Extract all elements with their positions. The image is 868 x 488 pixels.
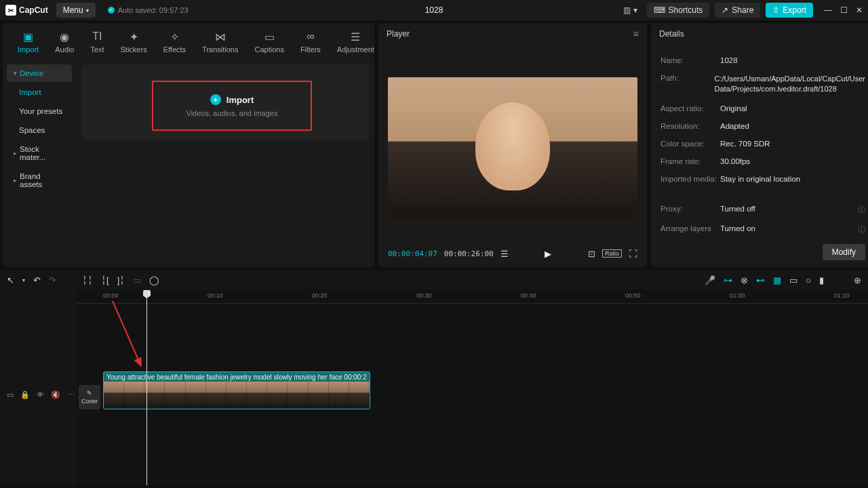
shortcuts-button[interactable]: ⌨ Shortcuts [647,3,710,18]
tab-captions[interactable]: ▭Captions [246,27,292,59]
marker-tool[interactable]: ◯ [149,275,159,285]
list-icon[interactable]: ☰ [500,249,509,259]
tab-label: Import [18,45,39,54]
sidebar-item-import[interactable]: Import [7,83,72,101]
share-button[interactable]: ↗ Share [715,3,760,18]
playhead[interactable] [146,290,147,485]
timeline-main[interactable]: 00:00 00:10 00:20 00:30 00:40 00:50 01:0… [76,290,868,485]
details-title: Details [659,29,684,39]
compare-icon[interactable]: ⊡ [588,249,595,259]
tab-transitions[interactable]: ⋈Transitions [194,27,246,59]
import-icon: ▣ [23,30,33,43]
more-icon[interactable]: ⋯ [67,390,75,399]
tab-label: Captions [254,45,283,54]
track-icon[interactable]: ▭ [789,275,797,285]
detail-value: 1028 [720,56,865,64]
sidebar-item-stock[interactable]: ▸Stock mater... [7,140,72,166]
marker2-icon[interactable]: ▮ [819,275,824,285]
link-icon[interactable]: ⊗ [741,275,748,285]
sidebar-item-presets[interactable]: Your presets [7,102,72,120]
sidebar-item-device[interactable]: ▾Device [7,64,72,82]
transitions-icon: ⋈ [215,30,226,43]
tab-adjustment[interactable]: ☰Adjustment [329,27,382,59]
adjustment-icon: ☰ [351,30,360,43]
tab-filters[interactable]: ∞Filters [292,27,329,59]
cover-label: Cover [81,398,98,405]
modify-button[interactable]: Modify [823,244,865,260]
audio-icon: ◉ [60,30,69,43]
chevron-down-icon[interactable]: ▾ [22,277,25,283]
delete-tool[interactable]: ▭ [133,275,141,285]
sidebar-item-spaces[interactable]: Spaces [7,121,72,139]
split-left-tool[interactable]: ╎[ [101,275,109,285]
timeline-ruler[interactable]: 00:00 00:10 00:20 00:30 00:40 00:50 01:0… [76,290,868,304]
detail-value: Original [720,104,865,113]
split-tool[interactable]: ╎╎ [82,275,93,285]
undo-button[interactable]: ↶ [33,275,41,285]
ratio-icon[interactable]: Ratio [602,249,622,258]
ruler-tick: 01:10 [834,292,850,299]
tab-label: Audio [55,45,74,54]
effects-icon: ✧ [170,30,179,43]
track-controls: ▭ 🔒 👁 🔇 ⋯ [7,390,75,399]
mute-icon[interactable]: 🔇 [51,390,60,399]
fullscreen-icon[interactable]: ⛶ [629,249,637,259]
import-subtitle: Videos, audios, and images [186,109,278,117]
info-icon[interactable]: ⓘ [858,205,865,215]
import-dropzone[interactable]: + Import Videos, audios, and images [81,64,369,140]
player-panel: Player ≡ 00:00:04:07 00:00:26:00 ☰ ▶ ⊡ R… [378,23,647,267]
menu-icon[interactable]: ≡ [633,28,639,39]
player-controls: 00:00:04:07 00:00:26:00 ☰ ▶ ⊡ Ratio ⛶ [378,240,647,267]
snap-icon[interactable]: ⊷ [756,275,765,285]
magnet-icon[interactable]: ⊶ [724,275,732,285]
maximize-icon[interactable]: ☐ [840,5,848,15]
sidebar-item-brand[interactable]: ▸Brand assets [7,167,72,193]
tab-effects[interactable]: ✧Effects [155,27,194,59]
detail-value: Stay in original location [720,175,865,183]
detail-value: Turned off [720,205,858,215]
tab-stickers[interactable]: ✦Stickers [113,27,155,59]
minimize-icon[interactable]: — [824,5,832,15]
player-body [378,45,647,240]
tab-audio[interactable]: ◉Audio [47,27,82,59]
sidebar-label: Brand assets [20,172,65,188]
autosave-text: Auto saved: 09:57:23 [118,6,189,14]
split-right-tool[interactable]: ]╎ [117,275,125,285]
cursor-tool[interactable]: ↖ [7,275,14,285]
play-button[interactable]: ▶ [545,249,551,259]
details-body: Name:1028 Path:C:/Users/Usman/AppData/Lo… [651,45,868,241]
media-sidebar: ▾Device Import Your presets Spaces ▸Stoc… [3,59,76,267]
export-button[interactable]: ⇧ Export [766,3,813,18]
preview-image[interactable] [388,77,637,218]
menu-button[interactable]: Menu ▾ [56,3,96,18]
zoom-fit-icon[interactable]: ⊕ [854,275,861,285]
details-panel: Details Name:1028 Path:C:/Users/Usman/Ap… [651,23,868,267]
project-title: 1028 [425,5,443,15]
mic-icon[interactable]: 🎤 [705,275,715,285]
logo-text: CapCut [19,5,48,15]
detail-label: Imported media: [660,175,720,183]
stickers-icon: ✦ [130,30,138,43]
tab-text[interactable]: TIText [82,27,112,59]
app-logo: ✂ CapCut [5,5,48,16]
tab-label: Text [90,45,104,54]
chevron-right-icon: ▸ [14,177,17,184]
redo-button[interactable]: ↷ [49,275,56,285]
detail-label: Resolution: [660,122,720,130]
player-title: Player [387,29,410,39]
detail-label: Name: [660,56,720,64]
circle-icon[interactable]: ○ [806,275,811,285]
cover-button[interactable]: ✎ Cover [79,385,100,409]
layout-icon[interactable]: ▥ ▾ [623,5,637,15]
lock-icon[interactable]: 🔒 [20,390,30,399]
close-icon[interactable]: ✕ [856,5,863,15]
eye-icon[interactable]: 👁 [37,390,44,399]
preview-icon[interactable]: ▦ [773,275,781,285]
detail-label: Path: [660,74,714,95]
tab-import[interactable]: ▣Import [9,27,47,59]
media-tabs: ▣Import ◉Audio TIText ✦Stickers ✧Effects… [3,23,374,59]
time-total: 00:00:26:00 [444,249,494,258]
timeline-left-column: ▭ 🔒 👁 🔇 ⋯ [0,290,76,485]
collapse-icon[interactable]: ▭ [7,390,14,399]
info-icon[interactable]: ⓘ [858,224,865,235]
